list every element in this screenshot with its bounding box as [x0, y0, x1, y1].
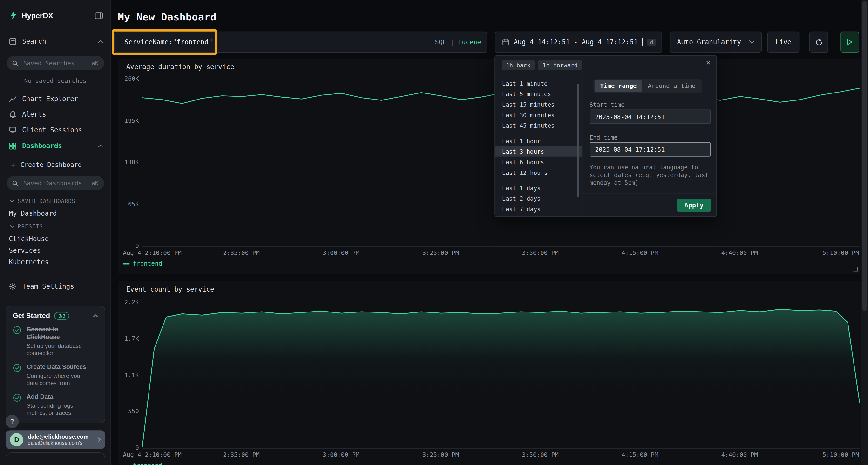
time-picker-popover: 1h back 1h forward × Last 1 minute Last …: [494, 56, 717, 217]
text-caret: [642, 38, 643, 46]
saved-dashboards-input[interactable]: [22, 179, 88, 187]
section-presets[interactable]: PRESETS: [0, 222, 111, 231]
keyboard-hint-badge: d: [647, 38, 656, 46]
sidebar-item-alerts[interactable]: Alerts: [0, 107, 111, 122]
live-button[interactable]: Live: [767, 32, 799, 53]
live-label: Live: [775, 38, 791, 46]
time-range-picker[interactable]: Aug 4 14:12:51 - Aug 4 17:12:51 d: [495, 32, 662, 53]
legend-frontend[interactable]: frontend: [123, 462, 162, 465]
get-started-item-connect[interactable]: Connect to ClickHouse Set up your databa…: [13, 326, 98, 357]
legend-frontend[interactable]: frontend: [123, 260, 162, 267]
time-option[interactable]: Last 12 hours: [495, 167, 582, 177]
y-tick: 130K: [124, 159, 139, 166]
plus-icon: +: [11, 161, 15, 169]
search-query-input[interactable]: [123, 38, 431, 46]
search-icon: [9, 38, 17, 45]
create-dashboard-button[interactable]: + Create Dashboard: [0, 159, 111, 170]
get-started-card: Get Started 3/3 Connect to ClickHouse Se…: [5, 306, 105, 423]
close-icon[interactable]: ×: [706, 59, 711, 67]
time-picker-detail-pane: Time range Around a time Start time End …: [582, 75, 716, 217]
preset-item-clickhouse[interactable]: ClickHouse: [0, 233, 111, 244]
no-saved-searches-text: No saved searches: [0, 77, 111, 85]
time-option[interactable]: Last 15 minutes: [495, 99, 582, 110]
sql-toggle[interactable]: SQL: [435, 38, 446, 46]
y-tick: 1.1K: [124, 372, 139, 379]
apply-button[interactable]: Apply: [677, 199, 711, 212]
start-time-label: Start time: [590, 101, 624, 108]
preset-item-label: Services: [9, 246, 41, 254]
granularity-value: Auto Granularity: [677, 38, 745, 46]
lucene-toggle[interactable]: Lucene: [458, 38, 481, 46]
chart-panel-avg-duration: Average duration by service 260K 195K 13…: [118, 59, 861, 274]
time-option[interactable]: Last 30 minutes: [495, 110, 582, 120]
get-started-title: Get Started: [13, 312, 50, 320]
start-time-input[interactable]: [590, 110, 711, 124]
time-option[interactable]: Last 1 minute: [495, 78, 582, 89]
line-chart: [142, 303, 860, 448]
sidebar-item-client-sessions[interactable]: Client Sessions: [0, 123, 111, 137]
time-option-selected[interactable]: Last 3 hours: [495, 146, 582, 157]
y-tick: 195K: [124, 118, 139, 124]
preset-item-kubernetes[interactable]: Kubernetes: [0, 256, 111, 268]
search-icon: [12, 180, 18, 186]
x-tick: 4:15:00 PM: [622, 451, 658, 459]
brand[interactable]: HyperDX: [9, 11, 95, 20]
time-picker-tabs: Time range Around a time: [593, 79, 702, 93]
sidebar-item-search[interactable]: Search: [0, 34, 111, 49]
time-option[interactable]: Last 1 days: [495, 182, 582, 193]
saved-searches-search[interactable]: ⌘K: [7, 56, 104, 70]
sidebar-toggle-icon[interactable]: [95, 12, 103, 19]
legend-label: frontend: [133, 462, 162, 465]
y-tick: 0: [135, 445, 139, 452]
time-option[interactable]: Last 14 days: [495, 214, 582, 217]
sidebar-item-dashboards[interactable]: Dashboards: [0, 138, 111, 154]
chevron-up-icon: [98, 144, 103, 148]
time-option[interactable]: Last 1 hour: [495, 135, 582, 146]
resize-handle-icon[interactable]: [853, 267, 858, 272]
x-tick: 4:40:00 PM: [721, 451, 758, 459]
get-started-item-add-data[interactable]: Add Data Start sending logs, metrics, or…: [13, 393, 98, 417]
section-saved-dashboards[interactable]: SAVED DASHBOARDS: [0, 196, 111, 205]
time-option[interactable]: Last 7 days: [495, 204, 582, 214]
y-tick: 550: [128, 408, 139, 415]
user-menu[interactable]: D dale@clickhouse.com dale@clickhouse.co…: [5, 430, 105, 449]
refresh-button[interactable]: [809, 32, 828, 53]
run-query-button[interactable]: [840, 32, 859, 53]
gear-icon: [9, 283, 17, 290]
play-icon: [847, 39, 852, 45]
hyperdx-logo-icon: [9, 11, 18, 20]
tab-time-range[interactable]: Time range: [595, 80, 642, 92]
saved-dashboards-search[interactable]: ⌘K: [7, 176, 104, 190]
check-circle-icon: [13, 326, 22, 335]
get-started-header[interactable]: Get Started 3/3: [13, 312, 98, 320]
chevron-up-icon: [93, 314, 98, 318]
granularity-select[interactable]: Auto Granularity: [670, 32, 762, 53]
sidebar-item-label: Dashboards: [22, 142, 93, 150]
legend-line-swatch: [123, 263, 130, 264]
sidebar-item-chart-explorer[interactable]: Chart Explorer: [0, 92, 111, 106]
divider: [499, 133, 578, 133]
dashboard-item-my-dashboard[interactable]: My Dashboard: [0, 207, 111, 219]
tab-around-a-time[interactable]: Around a time: [642, 80, 701, 92]
time-option[interactable]: Last 6 hours: [495, 157, 582, 167]
divider: [499, 180, 578, 180]
time-option[interactable]: Last 2 days: [495, 193, 582, 204]
section-title: SAVED DASHBOARDS: [18, 198, 75, 204]
end-time-input[interactable]: [590, 142, 711, 157]
sidebar-item-label: Alerts: [22, 110, 103, 118]
get-started-item-desc: Set up your database connection: [27, 342, 89, 357]
shift-back-button[interactable]: 1h back: [501, 60, 535, 70]
query-input-container: SQL | Lucene: [114, 32, 487, 53]
sidebar-item-label: Client Sessions: [22, 126, 103, 134]
preset-item-services[interactable]: Services: [0, 244, 111, 256]
sidebar-item-team-settings[interactable]: Team Settings: [0, 279, 111, 294]
shift-forward-button[interactable]: 1h forward: [538, 60, 582, 70]
time-option[interactable]: Last 5 minutes: [495, 89, 582, 99]
help-button[interactable]: ?: [5, 415, 19, 428]
list-scrollbar-thumb[interactable]: [578, 84, 579, 197]
get-started-item-desc: Start sending logs, metrics, or traces: [27, 402, 89, 417]
page-scrollbar-thumb[interactable]: [863, 1, 867, 311]
get-started-item-sources[interactable]: Create Data Sources Configure where your…: [13, 363, 98, 387]
saved-searches-input[interactable]: [22, 59, 88, 67]
time-option[interactable]: Last 45 minutes: [495, 120, 582, 131]
